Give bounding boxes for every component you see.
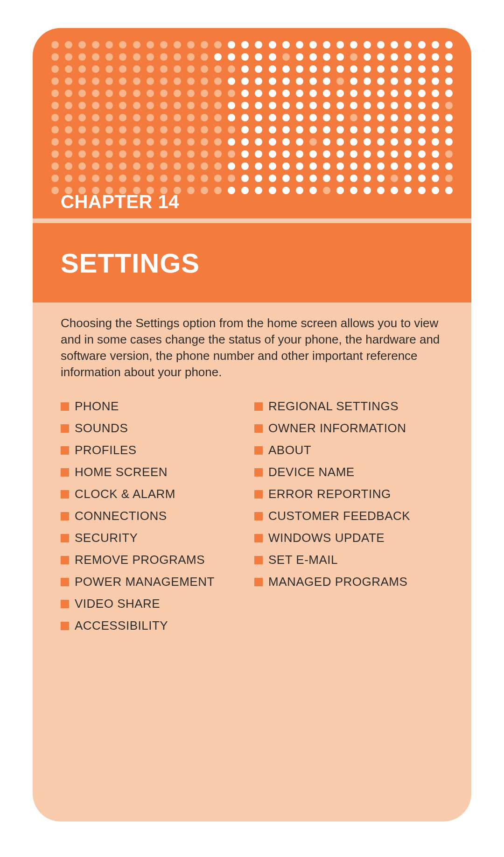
square-bullet-icon bbox=[254, 468, 263, 477]
toc-item[interactable]: ACCESSIBILITY bbox=[61, 618, 250, 633]
toc-item-label: VIDEO SHARE bbox=[75, 597, 160, 611]
toc-item-label: OWNER INFORMATION bbox=[268, 421, 406, 436]
hero-banner: CHAPTER 14 bbox=[33, 28, 471, 218]
chapter-title-bar: SETTINGS bbox=[33, 223, 471, 302]
toc-item-label: HOME SCREEN bbox=[75, 465, 168, 479]
divider-stripe bbox=[33, 218, 471, 223]
toc-item-label: WINDOWS UPDATE bbox=[268, 531, 385, 545]
toc-item[interactable]: SOUNDS bbox=[61, 421, 250, 436]
toc-item[interactable]: CONNECTIONS bbox=[61, 509, 250, 523]
toc-item[interactable]: MANAGED PROGRAMS bbox=[254, 575, 443, 589]
square-bullet-icon bbox=[61, 512, 69, 520]
square-bullet-icon bbox=[61, 534, 69, 542]
toc-item-label: SET E-MAIL bbox=[268, 553, 338, 567]
toc-item[interactable]: ERROR REPORTING bbox=[254, 487, 443, 501]
toc-item-label: PROFILES bbox=[75, 443, 137, 457]
square-bullet-icon bbox=[61, 424, 69, 433]
toc-item[interactable]: POWER MANAGEMENT bbox=[61, 575, 250, 589]
square-bullet-icon bbox=[254, 446, 263, 455]
toc-item-label: MANAGED PROGRAMS bbox=[268, 575, 407, 589]
square-bullet-icon bbox=[61, 446, 69, 455]
toc-item-label: ABOUT bbox=[268, 443, 311, 457]
toc-item[interactable]: VIDEO SHARE bbox=[61, 597, 250, 611]
toc-item[interactable]: HOME SCREEN bbox=[61, 465, 250, 479]
square-bullet-icon bbox=[254, 512, 263, 520]
square-bullet-icon bbox=[254, 556, 263, 564]
toc-item[interactable]: REGIONAL SETTINGS bbox=[254, 399, 443, 414]
toc-item[interactable]: SECURITY bbox=[61, 531, 250, 545]
hero-dot-grid bbox=[51, 41, 453, 194]
toc-item-label: CLOCK & ALARM bbox=[75, 487, 175, 501]
toc-item[interactable]: DEVICE NAME bbox=[254, 465, 443, 479]
chapter-page: CHAPTER 14 SETTINGS Choosing the Setting… bbox=[33, 28, 471, 822]
toc-item-label: SECURITY bbox=[75, 531, 138, 545]
toc-item-label: DEVICE NAME bbox=[268, 465, 355, 479]
square-bullet-icon bbox=[61, 578, 69, 586]
square-bullet-icon bbox=[254, 402, 263, 411]
toc-item-label: CUSTOMER FEEDBACK bbox=[268, 509, 410, 523]
toc-item[interactable]: SET E-MAIL bbox=[254, 553, 443, 567]
toc-item[interactable]: PHONE bbox=[61, 399, 250, 414]
square-bullet-icon bbox=[61, 402, 69, 411]
toc-columns: PHONESOUNDSPROFILESHOME SCREENCLOCK & AL… bbox=[61, 399, 443, 633]
toc-item-label: ACCESSIBILITY bbox=[75, 618, 168, 633]
chapter-intro: Choosing the Settings option from the ho… bbox=[61, 315, 443, 380]
square-bullet-icon bbox=[254, 490, 263, 499]
square-bullet-icon bbox=[61, 556, 69, 564]
toc-item-label: ERROR REPORTING bbox=[268, 487, 391, 501]
toc-item[interactable]: CUSTOMER FEEDBACK bbox=[254, 509, 443, 523]
chapter-label: CHAPTER 14 bbox=[61, 191, 179, 212]
toc-item-label: PHONE bbox=[75, 399, 119, 414]
square-bullet-icon bbox=[61, 622, 69, 630]
toc-item-label: REGIONAL SETTINGS bbox=[268, 399, 399, 414]
toc-item[interactable]: WINDOWS UPDATE bbox=[254, 531, 443, 545]
toc-item[interactable]: PROFILES bbox=[61, 443, 250, 457]
chapter-body: Choosing the Settings option from the ho… bbox=[61, 315, 443, 633]
square-bullet-icon bbox=[254, 424, 263, 433]
toc-item-label: POWER MANAGEMENT bbox=[75, 575, 215, 589]
toc-item[interactable]: REMOVE PROGRAMS bbox=[61, 553, 250, 567]
toc-item[interactable]: CLOCK & ALARM bbox=[61, 487, 250, 501]
toc-item-label: CONNECTIONS bbox=[75, 509, 167, 523]
toc-column-right: REGIONAL SETTINGSOWNER INFORMATIONABOUTD… bbox=[254, 399, 443, 633]
toc-item[interactable]: OWNER INFORMATION bbox=[254, 421, 443, 436]
toc-item-label: REMOVE PROGRAMS bbox=[75, 553, 205, 567]
square-bullet-icon bbox=[61, 468, 69, 477]
square-bullet-icon bbox=[254, 578, 263, 586]
square-bullet-icon bbox=[254, 534, 263, 542]
toc-item[interactable]: ABOUT bbox=[254, 443, 443, 457]
square-bullet-icon bbox=[61, 600, 69, 608]
chapter-title: SETTINGS bbox=[61, 247, 200, 279]
square-bullet-icon bbox=[61, 490, 69, 499]
toc-item-label: SOUNDS bbox=[75, 421, 128, 436]
toc-column-left: PHONESOUNDSPROFILESHOME SCREENCLOCK & AL… bbox=[61, 399, 250, 633]
